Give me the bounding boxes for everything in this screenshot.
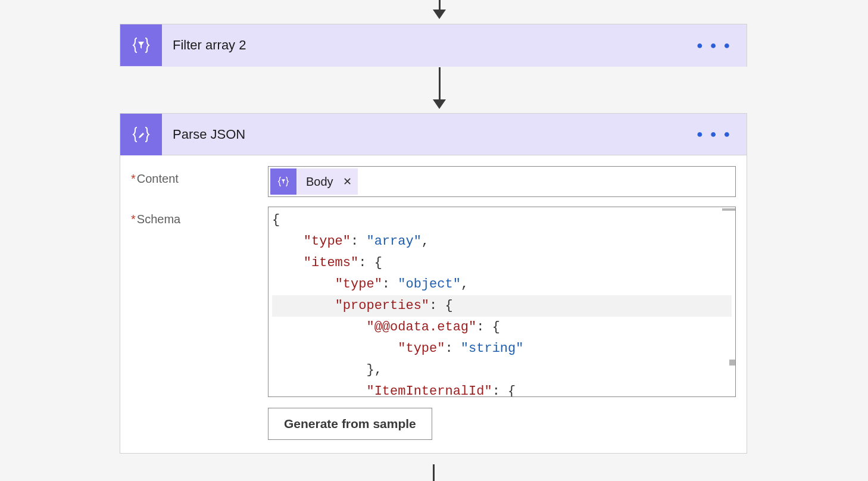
scrollbar-thumb[interactable] xyxy=(729,360,735,366)
flow-arrow xyxy=(433,0,446,19)
code-line[interactable]: "items": { xyxy=(272,252,732,274)
step-menu-button[interactable]: ● ● ● xyxy=(682,128,747,140)
code-line[interactable]: "type": "array", xyxy=(272,231,732,252)
step-body: *Content Body xyxy=(120,155,747,453)
token-remove-button[interactable]: ✕ xyxy=(339,175,358,188)
schema-row: *Schema { "type": "array", "items": { "t… xyxy=(131,207,736,440)
flow-arrow xyxy=(433,67,446,109)
code-line[interactable]: }, xyxy=(272,360,732,381)
code-line[interactable]: "properties": { xyxy=(272,295,732,317)
code-line[interactable]: "type": "string" xyxy=(272,338,732,360)
step-header[interactable]: Parse JSON ● ● ● xyxy=(120,114,747,155)
scrollbar-marker xyxy=(722,208,735,211)
step-title: Parse JSON xyxy=(162,127,682,142)
code-line[interactable]: "type": "object", xyxy=(272,274,732,295)
braces-funnel-icon xyxy=(270,168,296,195)
code-line[interactable]: "@@odata.etag": { xyxy=(272,317,732,338)
code-line[interactable]: "ItemInternalId": { xyxy=(272,381,732,397)
generate-from-sample-button[interactable]: Generate from sample xyxy=(268,408,432,440)
token-label: Body xyxy=(296,175,339,189)
content-label: *Content xyxy=(131,166,268,186)
content-row: *Content Body xyxy=(131,166,736,197)
schema-label: *Schema xyxy=(131,207,268,226)
dynamic-content-token[interactable]: Body ✕ xyxy=(270,168,358,195)
step-menu-button[interactable]: ● ● ● xyxy=(682,39,747,52)
braces-funnel-icon xyxy=(120,24,162,66)
schema-editor[interactable]: { "type": "array", "items": { "type": "o… xyxy=(268,207,736,397)
flow-arrow xyxy=(433,464,435,481)
step-title: Filter array 2 xyxy=(162,38,682,53)
step-header[interactable]: Filter array 2 ● ● ● xyxy=(120,24,747,67)
braces-pencil-icon xyxy=(120,114,162,155)
step-filter-array-2[interactable]: Filter array 2 ● ● ● xyxy=(120,24,747,67)
content-input[interactable]: Body ✕ xyxy=(268,166,736,197)
code-line[interactable]: { xyxy=(272,210,732,231)
step-parse-json: Parse JSON ● ● ● *Content xyxy=(120,113,747,454)
